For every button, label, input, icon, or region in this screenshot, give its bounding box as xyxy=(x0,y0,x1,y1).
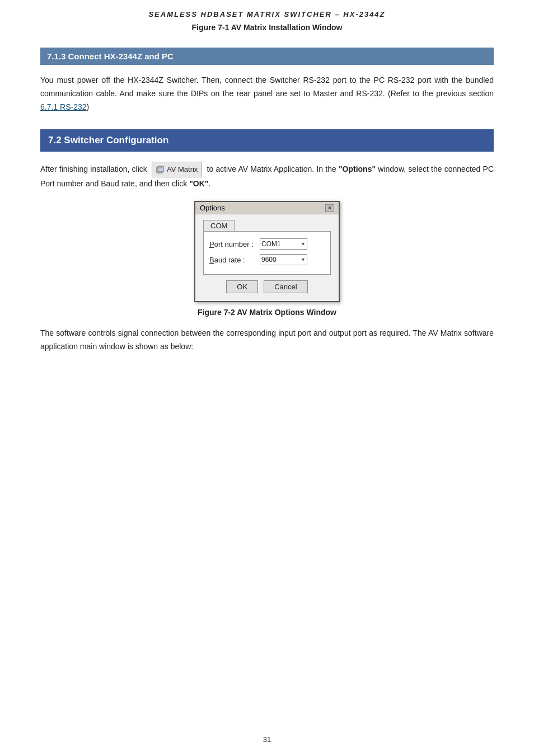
cancel-button[interactable]: Cancel xyxy=(264,280,307,293)
dialog-content: COM Port number : COM1 ▼ Baud rate : xyxy=(195,214,339,301)
port-number-label: Port number : xyxy=(209,240,260,248)
dialog-titlebar: Options ✕ xyxy=(195,202,339,214)
port-number-row: Port number : COM1 ▼ xyxy=(209,238,325,250)
baud-rate-select[interactable]: 9600 ▼ xyxy=(260,254,307,265)
ok-button[interactable]: OK xyxy=(226,280,258,293)
bottom-section-body: The software controls signal connection … xyxy=(40,327,494,354)
section-713-link[interactable]: 6.7.1 RS-232 xyxy=(40,102,87,111)
port-label-rest: ort number : xyxy=(214,240,254,248)
section-713-heading: 7.1.3 Connect HX-2344Z and PC xyxy=(40,48,494,65)
dialog-tab-area: Port number : COM1 ▼ Baud rate : 9600 xyxy=(203,231,331,275)
port-underline: P xyxy=(209,240,214,248)
section-713-text2: ) xyxy=(87,102,90,111)
port-number-arrow-icon: ▼ xyxy=(301,241,306,247)
section-72-text-before: After finishing installation, click xyxy=(40,165,149,173)
baud-rate-row: Baud rate : 9600 ▼ xyxy=(209,254,325,265)
av-matrix-button[interactable]: AV Matrix xyxy=(152,162,202,177)
section-72-bold2: "OK" xyxy=(189,179,208,188)
av-matrix-icon xyxy=(156,166,165,174)
baud-rate-value: 9600 xyxy=(261,256,277,264)
page-number: 31 xyxy=(0,735,534,744)
dialog-wrapper: Options ✕ COM Port number : COM1 ▼ xyxy=(40,201,494,302)
page-header: SEAMLESS HDBASET MATRIX SWITCHER – HX-23… xyxy=(40,10,494,18)
dialog-tab[interactable]: COM xyxy=(203,220,235,231)
figure1-caption: Figure 7-1 AV Matrix Installation Window xyxy=(40,23,494,32)
page: SEAMLESS HDBASET MATRIX SWITCHER – HX-23… xyxy=(0,0,534,756)
section-72-text-after-btn: to active AV Matrix Application. In the xyxy=(204,165,339,173)
section-713-body: You must power off the HX-2344Z Switcher… xyxy=(40,74,494,114)
baud-rate-label: Baud rate : xyxy=(209,256,260,264)
options-dialog: Options ✕ COM Port number : COM1 ▼ xyxy=(194,201,340,302)
dialog-title: Options xyxy=(200,204,225,212)
figure2-caption: Figure 7-2 AV Matrix Options Window xyxy=(40,308,494,317)
baud-label-rest: aud rate : xyxy=(214,256,245,264)
section-72-body: After finishing installation, click AV M… xyxy=(40,162,494,191)
section-72-heading: 7.2 Switcher Configuration xyxy=(40,129,494,152)
svg-rect-1 xyxy=(158,166,163,172)
port-number-select[interactable]: COM1 ▼ xyxy=(260,238,307,250)
av-matrix-btn-label: AV Matrix xyxy=(167,163,198,176)
section-72-text-end: . xyxy=(208,179,210,188)
section-713-text1: You must power off the HX-2344Z Switcher… xyxy=(40,76,494,98)
baud-underline: B xyxy=(209,256,214,264)
dialog-close-button[interactable]: ✕ xyxy=(325,204,334,212)
dialog-buttons: OK Cancel xyxy=(203,280,331,297)
port-number-value: COM1 xyxy=(261,240,281,248)
baud-rate-arrow-icon: ▼ xyxy=(301,257,306,262)
section-72-bold1: "Options" xyxy=(339,165,376,173)
